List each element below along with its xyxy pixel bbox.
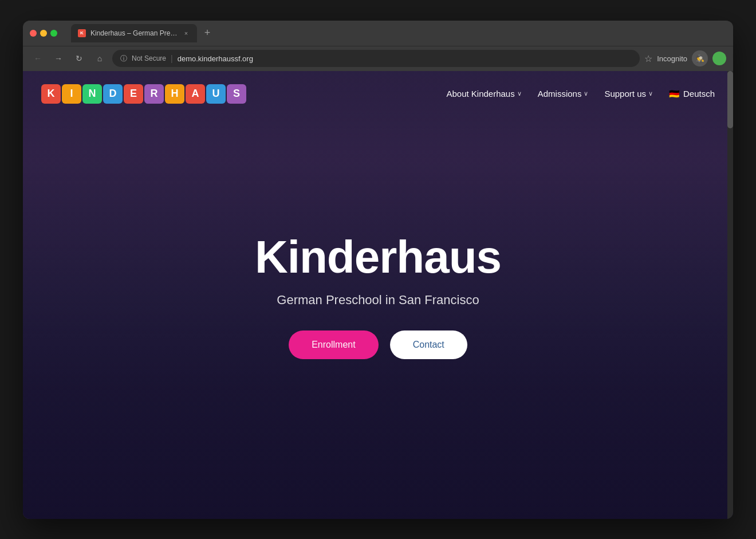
hero-buttons: Enrollment Contact	[23, 331, 733, 359]
forward-button[interactable]: →	[50, 50, 66, 66]
logo-letter-u: U	[206, 84, 226, 104]
hero-content: Kinderhaus German Preschool in San Franc…	[23, 231, 733, 359]
incognito-label: Incognito	[657, 54, 687, 63]
profile-icon[interactable]	[712, 52, 726, 65]
chevron-down-icon: ∨	[584, 90, 588, 97]
active-tab[interactable]: K Kinderhaus – German Prescho ×	[71, 24, 197, 42]
chevron-down-icon: ∨	[648, 90, 653, 97]
browser-window: K Kinderhaus – German Prescho × + ← → ↻ …	[23, 21, 733, 519]
logo-letter-n: N	[82, 84, 102, 104]
maximize-window-button[interactable]	[50, 30, 57, 37]
bookmark-button[interactable]: ☆	[644, 53, 652, 64]
tab-title: Kinderhaus – German Prescho	[90, 29, 178, 37]
contact-button[interactable]: Contact	[390, 331, 467, 359]
logo-letter-k: K	[41, 84, 61, 104]
toolbar-right: ☆ Incognito 🕵	[644, 50, 726, 66]
security-icon: ⓘ	[120, 54, 127, 64]
url-text: demo.kinderhaussf.org	[178, 54, 253, 63]
close-window-button[interactable]	[30, 30, 37, 37]
tab-bar: K Kinderhaus – German Prescho × +	[71, 24, 726, 42]
site-nav-links: About Kinderhaus ∨ Admissions ∨ Support …	[446, 89, 715, 99]
website-content: K I N D E R H A U S About Kinderhaus ∨ A…	[23, 71, 733, 519]
new-tab-button[interactable]: +	[199, 25, 215, 41]
tab-favicon: K	[78, 29, 86, 37]
logo-letter-d: D	[103, 84, 123, 104]
home-button[interactable]: ⌂	[92, 50, 108, 66]
incognito-icon: 🕵	[692, 50, 708, 66]
title-bar: K Kinderhaus – German Prescho × +	[23, 21, 733, 46]
url-divider: |	[171, 54, 173, 63]
enrollment-button[interactable]: Enrollment	[289, 331, 378, 359]
reload-button[interactable]: ↻	[71, 50, 87, 66]
logo-letter-r: R	[144, 84, 164, 104]
site-navbar: K I N D E R H A U S About Kinderhaus ∨ A…	[23, 71, 733, 117]
logo-letter-a: A	[186, 84, 205, 104]
not-secure-label: Not Secure	[132, 54, 166, 62]
site-logo: K I N D E R H A U S	[41, 84, 246, 104]
nav-about-kinderhaus[interactable]: About Kinderhaus ∨	[446, 89, 521, 99]
tab-close-button[interactable]: ×	[182, 29, 190, 37]
logo-letter-e: E	[124, 84, 143, 104]
minimize-window-button[interactable]	[40, 30, 47, 37]
url-bar[interactable]: ⓘ Not Secure | demo.kinderhaussf.org	[112, 50, 640, 67]
nav-language-switcher[interactable]: 🇩🇪 Deutsch	[669, 89, 715, 99]
traffic-lights	[30, 30, 57, 37]
hero-subtitle: German Preschool in San Francisco	[23, 293, 733, 308]
logo-letter-s: S	[227, 84, 246, 104]
hero-title: Kinderhaus	[23, 231, 733, 284]
address-bar: ← → ↻ ⌂ ⓘ Not Secure | demo.kinderhaussf…	[23, 46, 733, 71]
chevron-down-icon: ∨	[517, 90, 522, 97]
logo-letter-i: I	[62, 84, 81, 104]
nav-admissions[interactable]: Admissions ∨	[538, 89, 589, 99]
german-flag-icon: 🇩🇪	[669, 89, 680, 99]
nav-support-us[interactable]: Support us ∨	[604, 89, 653, 99]
back-button[interactable]: ←	[30, 50, 46, 66]
logo-letter-h: H	[165, 84, 184, 104]
